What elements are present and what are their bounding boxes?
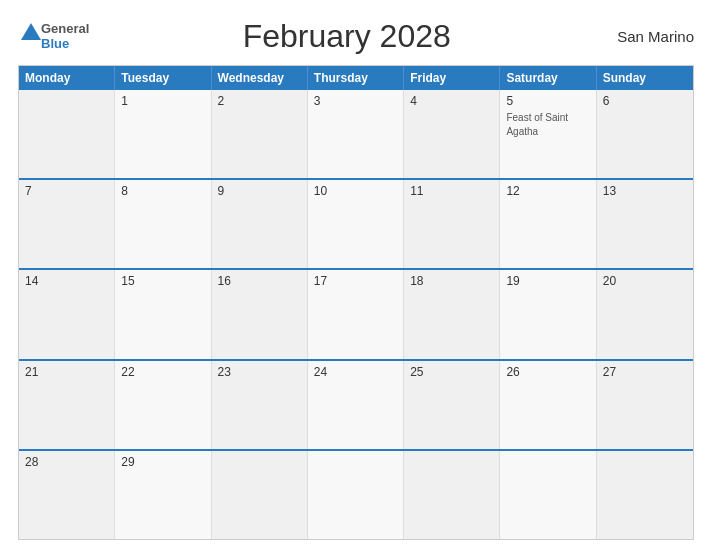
logo-general: General: [41, 22, 89, 36]
cal-cell-w5-d7: [597, 451, 693, 539]
cal-cell-w2-d2: 8: [115, 180, 211, 268]
header-day-wednesday: Wednesday: [212, 66, 308, 90]
month-title: February 2028: [243, 18, 451, 55]
day-number: 7: [25, 184, 108, 198]
cal-cell-w4-d4: 24: [308, 361, 404, 449]
calendar-week-2: 78910111213: [19, 180, 693, 270]
day-number: 4: [410, 94, 493, 108]
day-number: 29: [121, 455, 204, 469]
day-event: Feast of Saint Agatha: [506, 112, 568, 137]
calendar-body: 12345Feast of Saint Agatha67891011121314…: [19, 90, 693, 539]
cal-cell-w1-d5: 4: [404, 90, 500, 178]
calendar-page: General Blue February 2028 San Marino Mo…: [0, 0, 712, 550]
cal-cell-w1-d7: 6: [597, 90, 693, 178]
cal-cell-w1-d4: 3: [308, 90, 404, 178]
cal-cell-w1-d3: 2: [212, 90, 308, 178]
country-label: San Marino: [604, 28, 694, 45]
day-number: 20: [603, 274, 687, 288]
day-number: 23: [218, 365, 301, 379]
day-number: 18: [410, 274, 493, 288]
header-day-monday: Monday: [19, 66, 115, 90]
day-number: 2: [218, 94, 301, 108]
day-number: 10: [314, 184, 397, 198]
cal-cell-w4-d6: 26: [500, 361, 596, 449]
day-number: 13: [603, 184, 687, 198]
day-number: 21: [25, 365, 108, 379]
header-day-friday: Friday: [404, 66, 500, 90]
page-header: General Blue February 2028 San Marino: [18, 18, 694, 55]
cal-cell-w2-d3: 9: [212, 180, 308, 268]
cal-cell-w5-d4: [308, 451, 404, 539]
day-number: 12: [506, 184, 589, 198]
cal-cell-w5-d2: 29: [115, 451, 211, 539]
calendar-week-1: 12345Feast of Saint Agatha6: [19, 90, 693, 180]
day-number: 5: [506, 94, 589, 108]
day-number: 22: [121, 365, 204, 379]
day-number: 24: [314, 365, 397, 379]
day-number: 27: [603, 365, 687, 379]
day-number: 1: [121, 94, 204, 108]
day-number: 17: [314, 274, 397, 288]
day-number: 28: [25, 455, 108, 469]
cal-cell-w3-d1: 14: [19, 270, 115, 358]
cal-cell-w4-d1: 21: [19, 361, 115, 449]
cal-cell-w2-d4: 10: [308, 180, 404, 268]
day-number: 19: [506, 274, 589, 288]
cal-cell-w5-d6: [500, 451, 596, 539]
logo-blue: Blue: [41, 37, 89, 51]
cal-cell-w2-d7: 13: [597, 180, 693, 268]
cal-cell-w3-d6: 19: [500, 270, 596, 358]
cal-cell-w5-d1: 28: [19, 451, 115, 539]
cal-cell-w4-d5: 25: [404, 361, 500, 449]
cal-cell-w1-d6: 5Feast of Saint Agatha: [500, 90, 596, 178]
cal-cell-w3-d7: 20: [597, 270, 693, 358]
day-number: 25: [410, 365, 493, 379]
cal-cell-w1-d2: 1: [115, 90, 211, 178]
day-number: 14: [25, 274, 108, 288]
day-number: 11: [410, 184, 493, 198]
cal-cell-w2-d1: 7: [19, 180, 115, 268]
day-number: 16: [218, 274, 301, 288]
header-day-thursday: Thursday: [308, 66, 404, 90]
calendar-week-5: 2829: [19, 451, 693, 539]
calendar-header-row: MondayTuesdayWednesdayThursdayFridaySatu…: [19, 66, 693, 90]
cal-cell-w5-d5: [404, 451, 500, 539]
day-number: 9: [218, 184, 301, 198]
cal-cell-w4-d3: 23: [212, 361, 308, 449]
cal-cell-w1-d1: [19, 90, 115, 178]
calendar-week-3: 14151617181920: [19, 270, 693, 360]
day-number: 6: [603, 94, 687, 108]
calendar-grid: MondayTuesdayWednesdayThursdayFridaySatu…: [18, 65, 694, 540]
logo-triangle-icon: [21, 23, 41, 40]
header-day-tuesday: Tuesday: [115, 66, 211, 90]
logo-text: General Blue: [41, 22, 89, 51]
cal-cell-w2-d5: 11: [404, 180, 500, 268]
cal-cell-w3-d3: 16: [212, 270, 308, 358]
day-number: 8: [121, 184, 204, 198]
header-day-sunday: Sunday: [597, 66, 693, 90]
day-number: 26: [506, 365, 589, 379]
logo: General Blue: [18, 22, 89, 51]
day-number: 3: [314, 94, 397, 108]
cal-cell-w4-d7: 27: [597, 361, 693, 449]
cal-cell-w4-d2: 22: [115, 361, 211, 449]
calendar-week-4: 21222324252627: [19, 361, 693, 451]
cal-cell-w3-d2: 15: [115, 270, 211, 358]
cal-cell-w3-d4: 17: [308, 270, 404, 358]
header-day-saturday: Saturday: [500, 66, 596, 90]
cal-cell-w3-d5: 18: [404, 270, 500, 358]
day-number: 15: [121, 274, 204, 288]
cal-cell-w5-d3: [212, 451, 308, 539]
cal-cell-w2-d6: 12: [500, 180, 596, 268]
